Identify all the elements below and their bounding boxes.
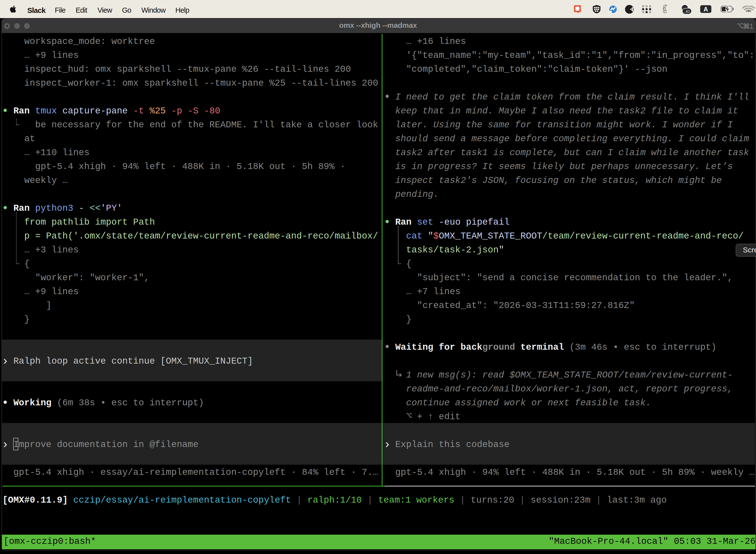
svg-text:A: A (703, 6, 708, 13)
svg-text:1: 1 (749, 22, 754, 30)
svg-text:..61: ..61 (684, 9, 690, 13)
